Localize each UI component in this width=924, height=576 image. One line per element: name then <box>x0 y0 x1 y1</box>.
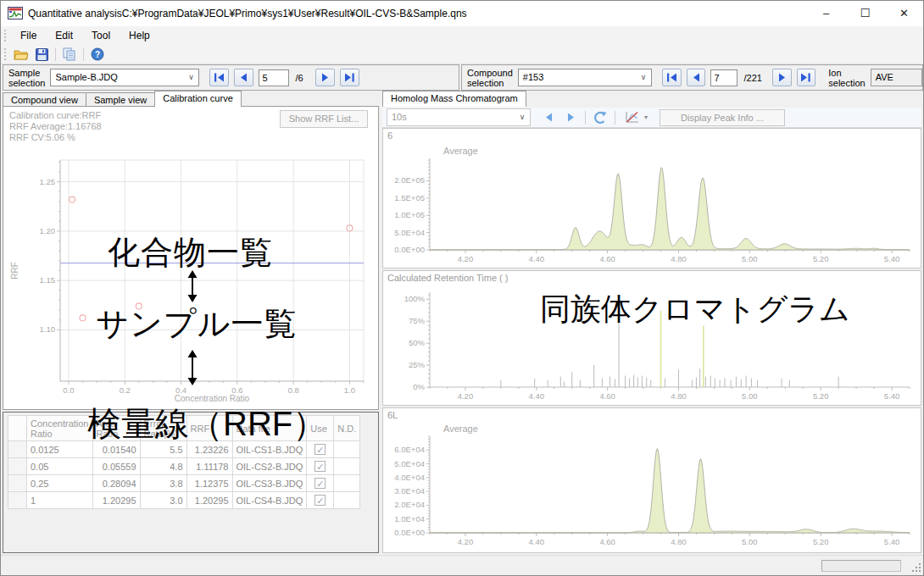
ion-selection-value[interactable]: AVE <box>871 69 922 86</box>
use-checkbox[interactable]: ✓ <box>314 478 326 489</box>
show-rrf-list-button[interactable]: Show RRF List... <box>280 110 368 128</box>
row-selector[interactable] <box>8 458 27 475</box>
cell-concentration-ratio: 0.05 <box>27 458 93 475</box>
svg-text:4.40: 4.40 <box>529 537 545 546</box>
tab-sample-view[interactable]: Sample view <box>86 92 155 107</box>
chromatogram-top-chart: 4.204.404.604.805.005.205.400.0E+005.0E+… <box>384 143 920 267</box>
cell-data-file: OIL-CS1-B.JDQ <box>232 441 307 458</box>
compound-first-button[interactable] <box>662 69 682 86</box>
svg-text:1.15: 1.15 <box>40 275 56 285</box>
chevron-down-icon[interactable]: ▾ <box>644 114 648 121</box>
sample-prev-button[interactable] <box>234 69 253 86</box>
menu-tool[interactable]: Tool <box>82 30 120 42</box>
save-icon[interactable] <box>33 47 50 62</box>
svg-text:5.20: 5.20 <box>813 537 829 546</box>
chrom-next-button[interactable] <box>561 109 580 126</box>
table-row[interactable]: 0.25 0.28094 3.8 1.12375 OIL-CS3-B.JDQ ✓ <box>8 475 360 492</box>
tab-calibration-curve[interactable]: Calibration curve <box>154 91 242 107</box>
toolbar: ? <box>1 45 923 64</box>
svg-text:2.0E+04: 2.0E+04 <box>394 500 425 509</box>
help-icon[interactable]: ? <box>89 47 106 62</box>
compound-next-button[interactable] <box>772 69 792 86</box>
chromatogram-label: 6 <box>387 130 392 141</box>
use-checkbox[interactable]: ✓ <box>314 444 326 455</box>
chrom-prev-button[interactable] <box>539 109 558 126</box>
open-icon[interactable] <box>13 47 30 62</box>
table-header-row: ConcentrationRatio AreaRatio ErrorRate(%… <box>8 416 360 441</box>
sample-last-button[interactable] <box>340 69 359 86</box>
minimize-button[interactable]: – <box>807 1 845 26</box>
svg-text:1.25: 1.25 <box>40 177 56 186</box>
svg-text:Concentration Ratio: Concentration Ratio <box>175 394 250 403</box>
cell-concentration-ratio: 0.25 <box>27 475 93 492</box>
cell-area-ratio: 0.28094 <box>92 475 140 492</box>
svg-text:4.40: 4.40 <box>529 254 545 263</box>
row-selector[interactable] <box>8 441 27 458</box>
svg-text:5.40: 5.40 <box>884 391 900 401</box>
cell-data-file: OIL-CS4-B.JDQ <box>232 492 307 509</box>
app-window: Quantitative analysisC:¥ProgramData¥JEOL… <box>0 0 924 576</box>
resize-grip[interactable] <box>911 562 921 572</box>
sample-next-button[interactable] <box>315 69 335 86</box>
retention-time-panel: Calculated Retention Time ( ) 4.204.404.… <box>382 270 921 406</box>
svg-text:75%: 75% <box>409 316 426 325</box>
svg-text:4.20: 4.20 <box>458 537 474 546</box>
cell-error-rate: 4.8 <box>140 458 186 475</box>
chromatogram-panel-top: 6 4.204.404.604.805.005.205.400.0E+005.0… <box>382 128 921 269</box>
compound-prev-button[interactable] <box>687 69 706 86</box>
compound-last-button[interactable] <box>797 69 816 86</box>
svg-text:1.10: 1.10 <box>40 324 56 334</box>
svg-text:5.40: 5.40 <box>884 537 900 546</box>
tab-compound-view[interactable]: Compound view <box>3 92 86 107</box>
menu-file[interactable]: File <box>11 30 46 42</box>
svg-text:5.00: 5.00 <box>742 254 758 263</box>
sample-selection-strip: Sampleselection Sample-B.JDQ∨ /6 <box>3 64 459 91</box>
sample-selection-combo[interactable]: Sample-B.JDQ∨ <box>50 69 199 86</box>
svg-text:1.0E+05: 1.0E+05 <box>394 210 425 219</box>
sample-selection-label: Sampleselection <box>3 68 50 88</box>
menu-help[interactable]: Help <box>120 30 159 42</box>
svg-text:1.20: 1.20 <box>40 226 56 235</box>
row-selector[interactable] <box>8 492 27 509</box>
close-button[interactable]: ✕ <box>885 1 923 26</box>
sample-first-button[interactable] <box>209 69 229 86</box>
header-error-rate: ErrorRate(%) <box>140 416 186 441</box>
header-nd: N.D. <box>334 416 360 441</box>
table-row[interactable]: 1 1.20295 3.0 1.20295 OIL-CS4-B.JDQ ✓ <box>8 492 360 509</box>
copy-icon[interactable] <box>61 47 78 62</box>
compound-index-input[interactable] <box>710 69 738 86</box>
svg-text:4.40: 4.40 <box>529 391 545 401</box>
header-concentration-ratio: ConcentrationRatio <box>27 416 93 441</box>
menu-edit[interactable]: Edit <box>46 30 82 42</box>
chart-style-icon[interactable] <box>621 109 643 126</box>
cell-concentration-ratio: 0.0125 <box>27 441 93 458</box>
use-checkbox[interactable]: ✓ <box>314 461 326 472</box>
time-window-combo[interactable]: 10s∨ <box>387 108 531 126</box>
svg-text:1.0E+04: 1.0E+04 <box>394 514 425 523</box>
compound-total-label: /221 <box>743 73 761 83</box>
cell-nd <box>334 458 360 475</box>
calibration-table-panel: ConcentrationRatio AreaRatio ErrorRate(%… <box>3 412 379 553</box>
status-bar <box>1 555 923 575</box>
svg-text:5.0E+04: 5.0E+04 <box>394 459 425 468</box>
compound-selection-combo[interactable]: #153∨ <box>518 69 652 86</box>
svg-text:4.20: 4.20 <box>458 391 474 401</box>
display-peak-info-button[interactable]: Display Peak Info ... <box>660 109 785 126</box>
cell-use: ✓ <box>307 458 334 475</box>
table-row[interactable]: 0.0125 0.01540 5.5 1.23226 OIL-CS1-B.JDQ… <box>8 441 360 458</box>
svg-text:5.00: 5.00 <box>742 537 758 546</box>
tab-homolog-mass-chromatogram[interactable]: Homolog Mass Chromatogram <box>382 91 526 107</box>
reset-zoom-icon[interactable] <box>591 109 610 126</box>
svg-text:Average: Average <box>443 424 478 434</box>
right-tab-bar: Homolog Mass Chromatogram <box>382 91 526 107</box>
row-selector[interactable] <box>8 475 27 492</box>
cell-area-ratio: 1.20295 <box>92 492 140 509</box>
maximize-button[interactable]: ☐ <box>846 1 884 26</box>
use-checkbox[interactable]: ✓ <box>314 495 326 506</box>
table-row[interactable]: 0.05 0.05559 4.8 1.11178 OIL-CS2-B.JDQ ✓ <box>8 458 360 475</box>
svg-text:4.80: 4.80 <box>671 254 687 263</box>
cell-area-ratio: 0.05559 <box>92 458 140 475</box>
svg-text:1.0: 1.0 <box>344 385 355 395</box>
chromatogram-toolbar: 10s∨ ▾ Display Peak Info ... <box>382 108 921 128</box>
sample-index-input[interactable] <box>259 69 289 86</box>
